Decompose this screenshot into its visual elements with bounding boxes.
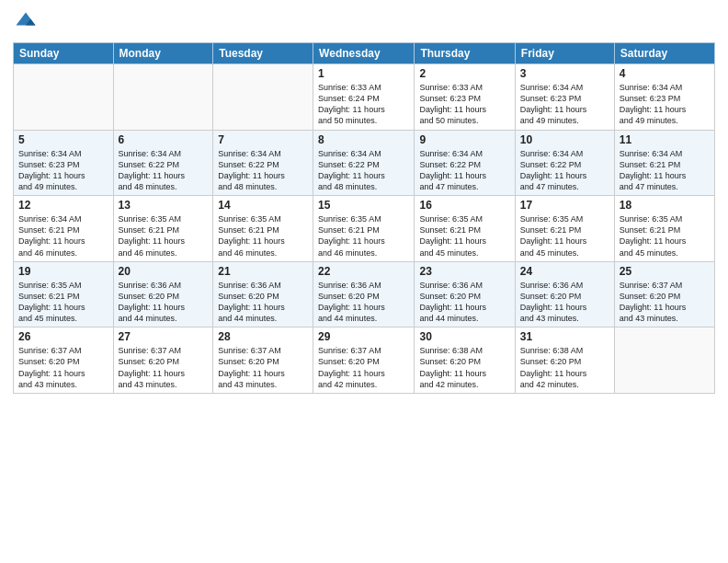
- day-number: 5: [18, 133, 108, 146]
- day-number: 4: [620, 67, 710, 80]
- day-number: 12: [18, 199, 108, 212]
- calendar-header-row: SundayMondayTuesdayWednesdayThursdayFrid…: [14, 43, 715, 64]
- calendar-cell: 4Sunrise: 6:34 AMSunset: 6:23 PMDaylight…: [614, 64, 714, 131]
- weekday-header-wednesday: Wednesday: [313, 43, 415, 64]
- calendar-cell: [213, 64, 313, 131]
- calendar-cell: 24Sunrise: 6:36 AMSunset: 6:20 PMDayligh…: [515, 261, 614, 327]
- day-info: Sunrise: 6:35 AMSunset: 6:21 PMDaylight:…: [218, 213, 308, 259]
- weekday-header-monday: Monday: [113, 43, 213, 64]
- day-info: Sunrise: 6:35 AMSunset: 6:21 PMDaylight:…: [18, 280, 108, 325]
- day-info: Sunrise: 6:34 AMSunset: 6:22 PMDaylight:…: [218, 148, 308, 193]
- calendar-table: SundayMondayTuesdayWednesdayThursdayFrid…: [13, 42, 715, 394]
- day-number: 30: [419, 330, 509, 343]
- day-number: 29: [318, 330, 409, 343]
- calendar-cell: 10Sunrise: 6:34 AMSunset: 6:22 PMDayligh…: [515, 130, 614, 196]
- day-number: 6: [119, 133, 209, 146]
- calendar-cell: 2Sunrise: 6:33 AMSunset: 6:23 PMDaylight…: [415, 64, 515, 131]
- calendar-week-row: 5Sunrise: 6:34 AMSunset: 6:23 PMDaylight…: [14, 130, 715, 196]
- day-number: 18: [620, 199, 710, 212]
- day-info: Sunrise: 6:36 AMSunset: 6:20 PMDaylight:…: [419, 280, 509, 325]
- calendar-cell: 7Sunrise: 6:34 AMSunset: 6:22 PMDaylight…: [213, 130, 313, 196]
- day-info: Sunrise: 6:37 AMSunset: 6:20 PMDaylight:…: [218, 345, 308, 390]
- calendar-cell: 18Sunrise: 6:35 AMSunset: 6:21 PMDayligh…: [614, 196, 714, 262]
- day-number: 20: [119, 265, 209, 278]
- day-info: Sunrise: 6:33 AMSunset: 6:23 PMDaylight:…: [419, 82, 509, 127]
- day-number: 22: [318, 265, 409, 278]
- day-number: 31: [520, 330, 609, 343]
- logo-icon: [13, 9, 39, 35]
- day-info: Sunrise: 6:36 AMSunset: 6:20 PMDaylight:…: [520, 280, 609, 325]
- day-number: 14: [218, 199, 308, 212]
- calendar-cell: 16Sunrise: 6:35 AMSunset: 6:21 PMDayligh…: [415, 196, 515, 262]
- day-number: 19: [18, 265, 108, 278]
- day-info: Sunrise: 6:34 AMSunset: 6:21 PMDaylight:…: [18, 213, 108, 259]
- day-number: 15: [318, 199, 409, 212]
- day-info: Sunrise: 6:34 AMSunset: 6:23 PMDaylight:…: [18, 148, 108, 193]
- day-number: 3: [520, 67, 609, 80]
- day-info: Sunrise: 6:35 AMSunset: 6:21 PMDaylight:…: [419, 213, 509, 259]
- day-number: 24: [520, 265, 609, 278]
- day-info: Sunrise: 6:38 AMSunset: 6:20 PMDaylight:…: [520, 345, 609, 390]
- logo: [13, 9, 42, 35]
- weekday-header-friday: Friday: [515, 43, 614, 64]
- day-number: 13: [119, 199, 209, 212]
- day-number: 10: [520, 133, 609, 146]
- day-info: Sunrise: 6:37 AMSunset: 6:20 PMDaylight:…: [18, 345, 108, 390]
- day-info: Sunrise: 6:37 AMSunset: 6:20 PMDaylight:…: [119, 345, 209, 390]
- calendar-cell: 11Sunrise: 6:34 AMSunset: 6:21 PMDayligh…: [614, 130, 714, 196]
- calendar-cell: 5Sunrise: 6:34 AMSunset: 6:23 PMDaylight…: [14, 130, 114, 196]
- day-info: Sunrise: 6:34 AMSunset: 6:22 PMDaylight:…: [119, 148, 209, 193]
- calendar-cell: 28Sunrise: 6:37 AMSunset: 6:20 PMDayligh…: [213, 327, 313, 394]
- calendar-week-row: 26Sunrise: 6:37 AMSunset: 6:20 PMDayligh…: [14, 327, 715, 394]
- day-info: Sunrise: 6:34 AMSunset: 6:22 PMDaylight:…: [318, 148, 409, 193]
- day-number: 25: [620, 265, 710, 278]
- calendar-cell: 9Sunrise: 6:34 AMSunset: 6:22 PMDaylight…: [415, 130, 515, 196]
- day-number: 23: [419, 265, 509, 278]
- calendar-week-row: 19Sunrise: 6:35 AMSunset: 6:21 PMDayligh…: [14, 261, 715, 327]
- day-number: 16: [419, 199, 509, 212]
- day-info: Sunrise: 6:35 AMSunset: 6:21 PMDaylight:…: [119, 213, 209, 259]
- day-number: 17: [520, 199, 609, 212]
- calendar-cell: 19Sunrise: 6:35 AMSunset: 6:21 PMDayligh…: [14, 261, 114, 327]
- calendar-cell: 31Sunrise: 6:38 AMSunset: 6:20 PMDayligh…: [515, 327, 614, 394]
- calendar-cell: 20Sunrise: 6:36 AMSunset: 6:20 PMDayligh…: [113, 261, 213, 327]
- day-number: 7: [218, 133, 308, 146]
- calendar-cell: 23Sunrise: 6:36 AMSunset: 6:20 PMDayligh…: [415, 261, 515, 327]
- day-info: Sunrise: 6:34 AMSunset: 6:23 PMDaylight:…: [520, 82, 609, 127]
- day-info: Sunrise: 6:37 AMSunset: 6:20 PMDaylight:…: [318, 345, 409, 390]
- day-number: 27: [119, 330, 209, 343]
- calendar-cell: 22Sunrise: 6:36 AMSunset: 6:20 PMDayligh…: [313, 261, 415, 327]
- day-number: 26: [18, 330, 108, 343]
- calendar-cell: 21Sunrise: 6:36 AMSunset: 6:20 PMDayligh…: [213, 261, 313, 327]
- day-info: Sunrise: 6:35 AMSunset: 6:21 PMDaylight:…: [318, 213, 409, 259]
- calendar-cell: 29Sunrise: 6:37 AMSunset: 6:20 PMDayligh…: [313, 327, 415, 394]
- day-info: Sunrise: 6:38 AMSunset: 6:20 PMDaylight:…: [419, 345, 509, 390]
- calendar-cell: 8Sunrise: 6:34 AMSunset: 6:22 PMDaylight…: [313, 130, 415, 196]
- weekday-header-sunday: Sunday: [14, 43, 114, 64]
- day-info: Sunrise: 6:35 AMSunset: 6:21 PMDaylight:…: [520, 213, 609, 259]
- weekday-header-thursday: Thursday: [415, 43, 515, 64]
- weekday-header-tuesday: Tuesday: [213, 43, 313, 64]
- calendar-cell: 12Sunrise: 6:34 AMSunset: 6:21 PMDayligh…: [14, 196, 114, 262]
- calendar-cell: 26Sunrise: 6:37 AMSunset: 6:20 PMDayligh…: [14, 327, 114, 394]
- day-number: 28: [218, 330, 308, 343]
- header: [13, 9, 715, 35]
- calendar-cell: [614, 327, 714, 394]
- page: SundayMondayTuesdayWednesdayThursdayFrid…: [0, 0, 728, 563]
- day-number: 8: [318, 133, 409, 146]
- weekday-header-saturday: Saturday: [614, 43, 714, 64]
- day-number: 1: [318, 67, 409, 80]
- day-info: Sunrise: 6:33 AMSunset: 6:24 PMDaylight:…: [318, 82, 409, 127]
- day-info: Sunrise: 6:35 AMSunset: 6:21 PMDaylight:…: [620, 213, 710, 259]
- calendar-cell: 1Sunrise: 6:33 AMSunset: 6:24 PMDaylight…: [313, 64, 415, 131]
- calendar-cell: 6Sunrise: 6:34 AMSunset: 6:22 PMDaylight…: [113, 130, 213, 196]
- day-info: Sunrise: 6:36 AMSunset: 6:20 PMDaylight:…: [119, 280, 209, 325]
- calendar-cell: 3Sunrise: 6:34 AMSunset: 6:23 PMDaylight…: [515, 64, 614, 131]
- calendar-cell: [14, 64, 114, 131]
- day-info: Sunrise: 6:34 AMSunset: 6:22 PMDaylight:…: [419, 148, 509, 193]
- day-number: 21: [218, 265, 308, 278]
- calendar-cell: 27Sunrise: 6:37 AMSunset: 6:20 PMDayligh…: [113, 327, 213, 394]
- calendar-week-row: 1Sunrise: 6:33 AMSunset: 6:24 PMDaylight…: [14, 64, 715, 131]
- calendar-cell: 15Sunrise: 6:35 AMSunset: 6:21 PMDayligh…: [313, 196, 415, 262]
- calendar-cell: 13Sunrise: 6:35 AMSunset: 6:21 PMDayligh…: [113, 196, 213, 262]
